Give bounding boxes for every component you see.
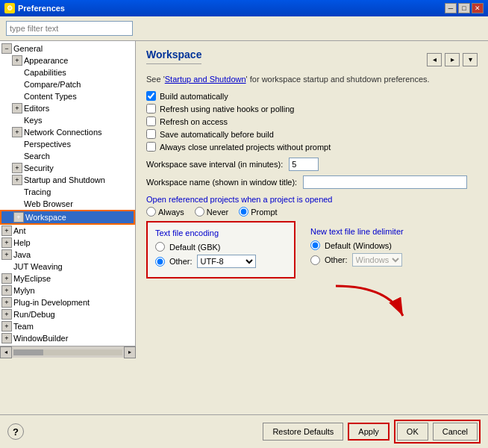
help-button[interactable]: ? (7, 423, 24, 440)
horizontal-scrollbar[interactable]: ◂ ▸ (0, 346, 136, 358)
encoding-default-label: Default (GBK) (169, 243, 220, 252)
expand-icon[interactable]: + (12, 175, 22, 185)
checkbox-close-projects[interactable] (146, 142, 156, 152)
checkbox-refresh-access[interactable] (146, 116, 156, 126)
sidebar-item-windowbuilder[interactable]: +WindowBuilder (0, 332, 135, 344)
maximize-button[interactable]: □ (458, 3, 470, 13)
main-panel: Workspace ◂ ▸ ▾ See 'Startup and Shutdow… (136, 41, 488, 414)
sidebar-item-jut-weaving[interactable]: JUT Weaving (0, 261, 135, 273)
cancel-button[interactable]: Cancel (433, 423, 478, 441)
sidebar-label: WindowBuilder (13, 334, 68, 343)
sidebar-item-compare-patch[interactable]: Compare/Patch (0, 78, 135, 90)
open-projects-label-never: Never (207, 208, 228, 217)
sidebar-item-capabilities[interactable]: Capabilities (0, 66, 135, 78)
scroll-right-button[interactable]: ▸ (124, 346, 136, 358)
apply-button[interactable]: Apply (348, 423, 390, 441)
sidebar-item-search[interactable]: Search (0, 150, 135, 162)
expand-icon[interactable]: − (1, 43, 12, 54)
sidebar-item-run-debug[interactable]: +Run/Debug (0, 308, 135, 320)
sidebar-item-keys[interactable]: Keys (0, 114, 135, 126)
panels-row: Text file encoding Default (GBK) Other: … (146, 221, 478, 279)
expand-icon[interactable]: + (1, 309, 12, 320)
expand-icon[interactable]: + (1, 333, 12, 343)
sidebar-item-editors[interactable]: +Editors (0, 102, 135, 114)
sidebar-item-startup-shutdown[interactable]: +Startup and Shutdown (0, 174, 135, 186)
checkbox-build-auto[interactable] (146, 91, 156, 101)
open-projects-option-never: Never (195, 207, 228, 217)
encoding-other-row: Other: UTF-8 UTF-16 ISO-8859-1 (155, 255, 287, 268)
delimiter-default-label: Default (Windows) (325, 241, 392, 250)
sidebar-item-workspace[interactable]: +Workspace (0, 210, 135, 225)
sidebar-item-tracing[interactable]: Tracing (0, 186, 135, 198)
expand-icon[interactable]: + (1, 297, 12, 308)
nav-menu-button[interactable]: ▾ (463, 53, 478, 66)
sidebar-label: MyEclipse (13, 274, 51, 283)
restore-defaults-button[interactable]: Restore Defaults (263, 423, 343, 441)
sidebar-item-content-types[interactable]: Content Types (0, 90, 135, 102)
workspace-name-input[interactable] (303, 175, 467, 189)
title-controls[interactable]: ─ □ ✕ (445, 3, 484, 13)
expand-icon[interactable]: + (1, 273, 12, 284)
sidebar-label: Plug-in Development (13, 298, 90, 307)
desc-prefix: See ' (146, 75, 165, 84)
delimiter-other-radio[interactable] (310, 255, 320, 265)
ok-button[interactable]: OK (397, 423, 428, 441)
checkbox-row-refresh-access: Refresh on access (146, 116, 478, 126)
expand-icon[interactable]: + (1, 321, 12, 332)
nav-back-button[interactable]: ◂ (427, 53, 442, 66)
delimiter-other-select[interactable]: Windows Unix Mac (352, 253, 402, 267)
expand-icon[interactable]: + (12, 103, 22, 113)
content-area: −General+AppearanceCapabilitiesCompare/P… (0, 41, 488, 414)
sidebar-item-java[interactable]: +Java (0, 249, 135, 261)
scroll-left-button[interactable]: ◂ (0, 346, 12, 358)
sidebar-label: Mylyn (13, 286, 35, 295)
sidebar-item-perspectives[interactable]: Perspectives (0, 138, 135, 150)
delimiter-other-row: Other: Windows Unix Mac (310, 253, 430, 267)
main-container: −General+AppearanceCapabilitiesCompare/P… (0, 16, 488, 448)
expand-icon[interactable]: + (13, 212, 24, 223)
encoding-other-select[interactable]: UTF-8 UTF-16 ISO-8859-1 (197, 255, 256, 268)
sidebar-label: Search (24, 152, 50, 161)
open-projects-radio-never[interactable] (195, 207, 204, 217)
sidebar-item-myeclipse[interactable]: +MyEclipse (0, 273, 135, 284)
sidebar-item-general[interactable]: −General (0, 43, 135, 55)
encoding-default-radio[interactable] (155, 242, 165, 252)
expand-icon[interactable]: + (1, 285, 12, 296)
open-projects-radio-always[interactable] (146, 207, 156, 217)
delimiter-default-radio[interactable] (310, 240, 320, 250)
encoding-other-label: Other: (169, 257, 193, 266)
scroll-track[interactable] (13, 349, 122, 355)
expand-icon[interactable]: + (1, 249, 12, 260)
minimize-button[interactable]: ─ (445, 3, 457, 13)
sidebar-item-security[interactable]: +Security (0, 162, 135, 174)
expand-icon[interactable]: + (12, 127, 22, 137)
encoding-other-radio[interactable] (155, 257, 165, 267)
sidebar-item-ant[interactable]: +Ant (0, 225, 135, 237)
sidebar-item-appearance[interactable]: +Appearance (0, 55, 135, 66)
expand-icon[interactable]: + (1, 225, 12, 236)
sidebar-label: Network Connections (24, 128, 102, 137)
close-button[interactable]: ✕ (472, 3, 484, 13)
startup-shutdown-link[interactable]: Startup and Shutdown (165, 75, 246, 84)
open-projects-radio-prompt[interactable] (239, 207, 248, 217)
sidebar-item-help[interactable]: +Help (0, 237, 135, 249)
sidebar-item-team[interactable]: +Team (0, 320, 135, 332)
checkbox-label-refresh-access: Refresh on access (160, 117, 228, 126)
expand-icon[interactable]: + (1, 237, 12, 248)
checkbox-label-close-projects: Always close unrelated projects without … (160, 143, 331, 152)
checkbox-refresh-hooks[interactable] (146, 104, 156, 113)
save-interval-input[interactable] (289, 158, 319, 171)
sidebar-item-network-connections[interactable]: +Network Connections (0, 126, 135, 138)
filter-input[interactable] (6, 21, 133, 36)
sidebar-label: Tracing (24, 187, 51, 196)
expand-icon[interactable]: + (12, 55, 22, 66)
title-bar-left: ⚙ Preferences (4, 3, 65, 13)
scroll-thumb[interactable] (13, 349, 43, 355)
nav-forward-button[interactable]: ▸ (445, 53, 460, 66)
sidebar-item-mylyn[interactable]: +Mylyn (0, 284, 135, 296)
sidebar-item-plugin-development[interactable]: +Plug-in Development (0, 296, 135, 308)
checkbox-save-auto[interactable] (146, 129, 156, 139)
panel-title: Workspace (146, 49, 201, 64)
expand-icon[interactable]: + (12, 163, 22, 173)
sidebar-item-web-browser[interactable]: Web Browser (0, 198, 135, 210)
